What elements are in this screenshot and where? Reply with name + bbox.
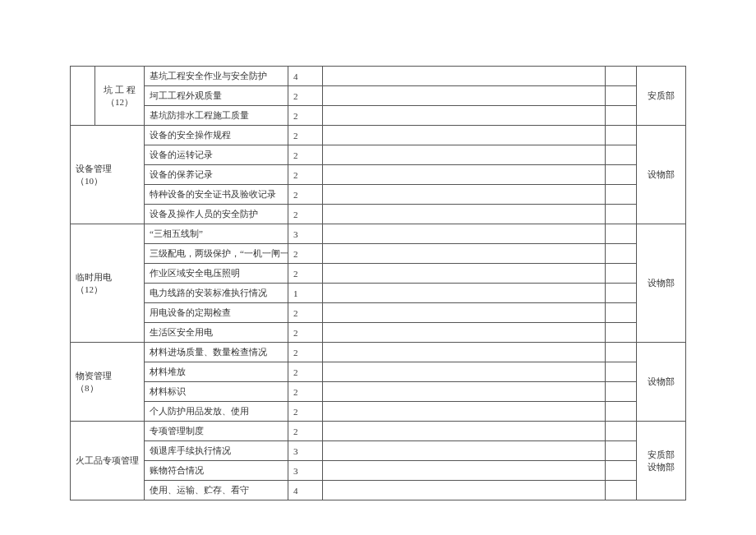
num-cell: 3 [288,441,323,461]
blank-cell [323,362,606,382]
blank-cell [606,264,637,284]
dept-cell: 设物部 [637,224,686,343]
num-cell: 4 [288,67,323,86]
blank-cell [323,106,606,126]
num-cell: 2 [288,323,323,343]
section-label: 物资管理 （8） [71,343,145,422]
num-cell: 2 [288,303,323,323]
num-cell: 2 [288,185,323,205]
blank-cell [606,126,637,145]
table-row: 设备及操作人员的安全防护 2 [71,205,686,224]
blank-cell [606,106,637,126]
blank-cell [323,343,606,362]
blank-cell [606,205,637,224]
blank-cell [323,323,606,343]
section-blank [71,67,95,126]
table-row: 生活区安全用电 2 [71,323,686,343]
section-label: 火工品专项管理（16） [71,422,145,500]
table-row: 设备管理 （10） 设备的安全操作规程 2 设物部 [71,126,686,145]
item-cell: 生活区安全用电 [145,323,288,343]
section-label: 坑 工 程 （12） [95,67,145,126]
item-cell: 作业区域安全电压照明 [145,264,288,284]
item-cell: 材料标识 [145,382,288,402]
blank-cell [606,67,637,86]
section-count: （8） [76,382,139,394]
blank-cell [606,303,637,323]
blank-cell [323,481,606,500]
blank-cell [323,244,606,264]
blank-cell [606,461,637,481]
blank-cell [606,165,637,185]
blank-cell [323,86,606,106]
inspection-table: 坑 工 程 （12） 基坑工程安全作业与安全防护 4 安质部 坷工工程外观质量 … [70,66,686,500]
blank-cell [606,86,637,106]
num-cell: 4 [288,481,323,500]
blank-cell [323,126,606,145]
blank-cell [323,422,606,441]
blank-cell [606,343,637,362]
section-count: （10） [76,175,139,187]
section-count: （12） [100,96,139,108]
dept-line: 设物部 [642,461,680,473]
item-cell: “三相五线制” [145,224,288,244]
num-cell: 2 [288,165,323,185]
item-cell: 设备及操作人员的安全防护 [145,205,288,224]
table-row: 火工品专项管理（16） 专项管理制度 2 安质部 设物部 [71,422,686,441]
blank-cell [323,303,606,323]
table-row: 材料堆放 2 [71,362,686,382]
item-cell: 材料堆放 [145,362,288,382]
num-cell: 2 [288,264,323,284]
item-cell: 三级配电，两级保护，“一机一闸一漏保” [145,244,288,264]
table-row: 作业区域安全电压照明 2 [71,264,686,284]
blank-cell [606,481,637,500]
table-row: 电力线路的安装标准执行情况 1 [71,284,686,303]
section-label: 设备管理 （10） [71,126,145,224]
blank-cell [323,224,606,244]
item-cell: 坷工工程外观质量 [145,86,288,106]
item-cell: 专项管理制度 [145,422,288,441]
num-cell: 2 [288,422,323,441]
item-cell: 设备的安全操作规程 [145,126,288,145]
blank-cell [606,145,637,165]
blank-cell [606,402,637,422]
table-row: 账物符合情况 3 [71,461,686,481]
num-cell: 2 [288,362,323,382]
blank-cell [323,382,606,402]
section-name: 临时用电 [76,271,139,284]
item-cell: 基坑工程安全作业与安全防护 [145,67,288,86]
section-name-full: 火工品专项管理（16） [76,455,145,465]
blank-cell [323,67,606,86]
blank-cell [606,441,637,461]
blank-cell [323,264,606,284]
num-cell: 2 [288,343,323,362]
num-cell: 2 [288,126,323,145]
num-cell: 3 [288,224,323,244]
section-count: （12） [76,284,139,296]
blank-cell [606,422,637,441]
blank-cell [606,284,637,303]
item-cell: 材料进场质量、数量检查情况 [145,343,288,362]
num-cell: 2 [288,402,323,422]
num-cell: 2 [288,145,323,165]
section-name: 物资管理 [76,370,139,382]
item-cell: 设备的保养记录 [145,165,288,185]
table-row: 三级配电，两级保护，“一机一闸一漏保” 2 [71,244,686,264]
blank-cell [323,205,606,224]
dept-cell: 设物部 [637,343,686,422]
item-cell: 电力线路的安装标准执行情况 [145,284,288,303]
item-cell: 用电设备的定期检查 [145,303,288,323]
blank-cell [323,185,606,205]
item-cell: 使用、运输、贮存、看守 [145,481,288,500]
table-row: 个人防护用品发放、使用 2 [71,402,686,422]
table-row: 临时用电 （12） “三相五线制” 3 设物部 [71,224,686,244]
blank-cell [323,145,606,165]
table-row: 材料标识 2 [71,382,686,402]
dept-cell: 设物部 [637,126,686,224]
dept-cell: 安质部 [637,67,686,126]
blank-cell [606,185,637,205]
section-label: 临时用电 （12） [71,224,145,343]
blank-cell [323,461,606,481]
num-cell: 2 [288,86,323,106]
table-row: 特种设备的安全证书及验收记录 2 [71,185,686,205]
section-name: 设备管理 [76,163,139,175]
